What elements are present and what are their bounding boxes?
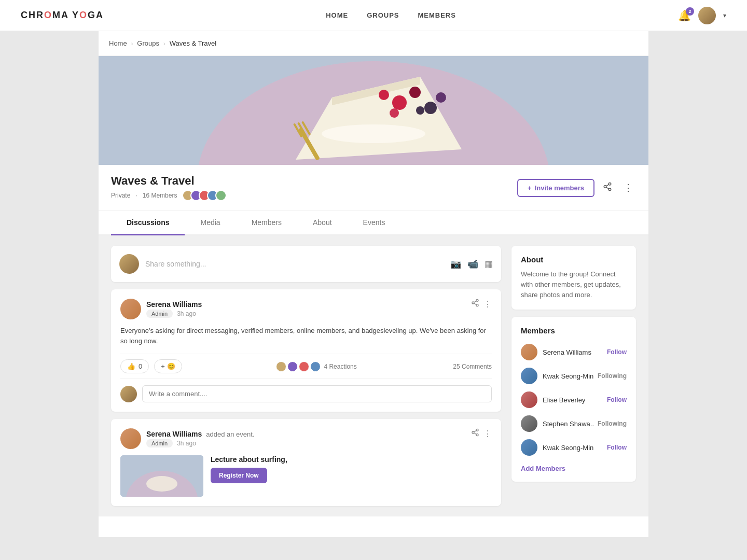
current-user-avatar xyxy=(119,254,139,274)
sidebar-column: About Welcome to the group! Connect with… xyxy=(511,246,636,506)
tab-events[interactable]: Events xyxy=(348,211,401,235)
hero-image xyxy=(99,56,648,165)
comment-input-row-1 xyxy=(120,385,492,402)
breadcrumb-groups[interactable]: Groups xyxy=(137,39,159,47)
post-author-2: Serena Williams xyxy=(146,430,202,438)
member-row-avatar-3 xyxy=(521,391,537,408)
svg-point-17 xyxy=(604,185,606,188)
breadcrumb-home[interactable]: Home xyxy=(109,39,127,47)
share-input-placeholder[interactable]: Share something... xyxy=(145,260,444,268)
share-box: Share something... 📷 📹 ▦ xyxy=(111,246,501,282)
group-member-count: 16 Members xyxy=(143,192,177,199)
emoji-icon: 😊 xyxy=(167,362,175,370)
member-row-avatar-1 xyxy=(521,344,537,360)
invite-members-button[interactable]: + Invite members xyxy=(517,179,594,197)
navbar: CHROMA YOGA HOME GROUPS MEMBERS 🔔 2 ▾ xyxy=(0,0,747,31)
nav-members[interactable]: MEMBERS xyxy=(418,11,455,19)
post-share-button-2[interactable] xyxy=(471,428,479,439)
reaction-avatar-4 xyxy=(310,361,321,372)
post-user-2: Serena Williams added an event. Admin 3h… xyxy=(120,428,255,449)
svg-point-21 xyxy=(476,299,478,301)
user-avatar[interactable] xyxy=(698,7,716,24)
member-follow-button-4[interactable]: Following xyxy=(598,420,627,427)
svg-line-30 xyxy=(474,431,477,432)
video-icon-button[interactable]: 📹 xyxy=(467,259,478,270)
member-follow-button-2[interactable]: Following xyxy=(598,372,627,380)
tab-media[interactable]: Media xyxy=(185,211,236,235)
comment-avatar-1 xyxy=(120,386,137,402)
post-meta-1: Admin 3h ago xyxy=(146,310,202,318)
member-row-avatar-2 xyxy=(521,368,537,384)
members-title: Members xyxy=(521,326,627,335)
tabs: Discussions Media Members About Events xyxy=(99,211,648,235)
group-actions: + Invite members ⋮ xyxy=(517,179,636,197)
chevron-down-icon[interactable]: ▾ xyxy=(723,12,726,19)
svg-line-20 xyxy=(606,184,608,186)
more-options-button[interactable]: ⋮ xyxy=(620,179,636,197)
svg-point-33 xyxy=(146,476,177,492)
breadcrumb: Home › Groups › Waves & Travel xyxy=(99,31,648,56)
like-count-1: 0 xyxy=(139,362,142,370)
main-layout: Share something... 📷 📹 ▦ Serena Williams xyxy=(99,235,648,516)
nav-home[interactable]: HOME xyxy=(326,11,348,19)
about-title: About xyxy=(521,255,627,264)
member-row-left-5: Kwak Seong-Min xyxy=(521,439,593,456)
post-avatar-1 xyxy=(120,299,141,319)
post-header-1: Serena Williams Admin 3h ago xyxy=(120,299,492,319)
event-title: Lecture about surfing, xyxy=(211,455,492,464)
member-follow-button-1[interactable]: Follow xyxy=(607,348,627,356)
member-name-5: Kwak Seong-Min xyxy=(543,444,593,452)
plus-icon: + xyxy=(528,184,532,192)
svg-point-8 xyxy=(392,95,407,110)
hero-svg xyxy=(99,56,648,165)
post-more-button-1[interactable]: ⋮ xyxy=(483,299,492,309)
member-row-1: Serena Williams Follow xyxy=(521,340,627,364)
emoji-button-1[interactable]: + 😊 xyxy=(154,359,182,373)
comment-input-1[interactable] xyxy=(142,385,492,402)
content-wrapper: Home › Groups › Waves & Travel xyxy=(99,31,648,537)
member-row-left-4: Stephen Shawa.. xyxy=(521,415,594,432)
svg-point-28 xyxy=(476,434,478,436)
post-meta-2: Admin 3h ago xyxy=(146,439,255,447)
like-button-1[interactable]: 👍 0 xyxy=(120,359,149,373)
member-follow-button-5[interactable]: Follow xyxy=(607,444,627,451)
share-button[interactable] xyxy=(600,179,615,197)
post-badge-1: Admin xyxy=(146,310,173,318)
svg-point-26 xyxy=(476,429,478,431)
tab-about[interactable]: About xyxy=(297,211,348,235)
svg-point-10 xyxy=(424,102,437,114)
member-follow-button-3[interactable]: Follow xyxy=(607,396,627,403)
post-content-1: Everyone's asking for direct messaging, … xyxy=(120,326,492,346)
reactions-count-1: 4 Reactions xyxy=(324,363,356,370)
post-more-button-2[interactable]: ⋮ xyxy=(483,428,492,439)
reaction-avatar-3 xyxy=(299,361,309,372)
member-row-left-1: Serena Williams xyxy=(521,344,591,360)
svg-point-9 xyxy=(409,87,421,98)
post-badge-2: Admin xyxy=(146,439,173,447)
notifications-bell[interactable]: 🔔 2 xyxy=(678,9,691,22)
thumbs-up-icon: 👍 xyxy=(127,362,135,370)
invite-label: Invite members xyxy=(535,184,584,192)
nav-groups[interactable]: GROUPS xyxy=(367,11,399,19)
svg-point-12 xyxy=(379,90,389,100)
member-row-avatar-5 xyxy=(521,439,537,456)
event-content: Lecture about surfing, Register Now xyxy=(120,455,492,497)
post-time-2: 3h ago xyxy=(177,440,196,447)
reaction-avatar-1 xyxy=(276,361,286,372)
svg-point-22 xyxy=(472,302,474,304)
breadcrumb-current: Waves & Travel xyxy=(170,39,217,47)
post-action-label: added an event. xyxy=(206,430,254,438)
tab-members[interactable]: Members xyxy=(236,211,297,235)
tab-discussions[interactable]: Discussions xyxy=(111,211,185,235)
event-register-button[interactable]: Register Now xyxy=(211,468,267,483)
add-members-link[interactable]: Add Members xyxy=(521,465,627,472)
breadcrumb-sep-2: › xyxy=(163,40,165,47)
svg-point-23 xyxy=(476,304,478,306)
post-share-button-1[interactable] xyxy=(471,299,479,309)
post-actions-2: ⋮ xyxy=(471,428,492,439)
about-text: Welcome to the group! Connect with other… xyxy=(521,269,627,300)
comments-count-1[interactable]: 25 Comments xyxy=(453,363,492,370)
grid-icon-button[interactable]: ▦ xyxy=(485,259,493,270)
svg-point-16 xyxy=(608,183,611,185)
camera-icon-button[interactable]: 📷 xyxy=(450,259,461,270)
